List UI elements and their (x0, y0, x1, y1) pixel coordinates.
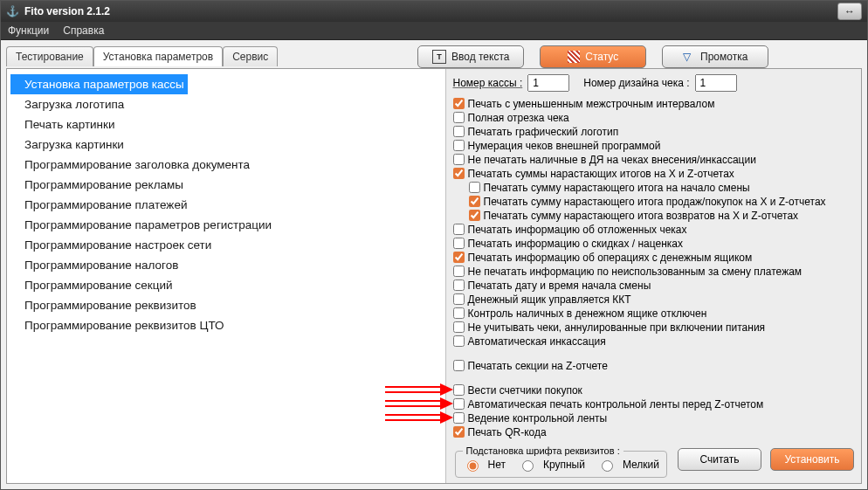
tree-panel: Установка параметров кассыЗагрузка логот… (7, 69, 445, 483)
checkbox[interactable] (453, 154, 465, 165)
checkbox-label: Нумерация чеков внешней программой (468, 139, 661, 153)
checkbox-row[interactable]: Не печатать наличные в ДЯ на чеках внесе… (453, 153, 855, 167)
feed-icon: ▽ (683, 51, 695, 63)
tree-item[interactable]: Программирование параметров регистрации (10, 215, 442, 235)
text-input-button[interactable]: T Ввод текста (417, 45, 524, 68)
text-icon: T (432, 50, 446, 64)
tree-item[interactable]: Программирование рекламы (10, 175, 442, 195)
checkbox-row[interactable]: Не печатать информацию по неиспользованн… (453, 265, 855, 279)
feed-button[interactable]: ▽ Промотка (662, 45, 768, 68)
checkbox[interactable] (453, 398, 465, 410)
tree-item[interactable]: Программирование настроек сети (10, 235, 442, 255)
checkbox-row[interactable]: Нумерация чеков внешней программой (453, 139, 855, 153)
status-label: Статус (585, 51, 618, 63)
checkbox-row[interactable]: Полная отрезка чека (453, 111, 855, 125)
checkbox[interactable] (453, 412, 465, 424)
checkbox-row[interactable]: Автоматическая печать контрольной ленты … (453, 397, 855, 411)
checkbox[interactable] (453, 112, 465, 123)
checkbox[interactable] (453, 360, 465, 371)
checkbox-row[interactable]: Ведение контрольной ленты (453, 411, 855, 425)
tree-item[interactable]: Установка параметров кассы (10, 74, 188, 94)
checkbox[interactable] (453, 335, 465, 347)
checkbox[interactable] (453, 426, 465, 438)
window-restore-button[interactable]: ↔ (837, 3, 862, 20)
design-number-label: Номер дизайна чека : (583, 77, 689, 89)
checkbox-row[interactable]: Контроль наличных в денежном ящике отклю… (453, 307, 855, 321)
checkbox-row[interactable]: Печатать графический логотип (453, 125, 855, 139)
checkbox-row[interactable]: Печатать информацию об операциях с денеж… (453, 251, 855, 265)
checkbox-row[interactable]: Печатать информацию о скидках / наценках (453, 237, 855, 251)
status-icon (568, 51, 580, 63)
checkbox-label: Печатать дату и время начала смены (468, 279, 651, 293)
checkbox[interactable] (453, 168, 465, 179)
register-number-input[interactable] (527, 74, 569, 92)
text-input-label: Ввод текста (451, 51, 509, 63)
checkbox[interactable] (453, 252, 465, 263)
checkbox-row[interactable]: Печатать секции на Z-отчете (453, 359, 855, 373)
checkbox[interactable] (453, 126, 465, 137)
font-large-option[interactable]: Крупный (518, 458, 585, 472)
tree-item[interactable]: Программирование налогов (10, 255, 442, 275)
checkbox[interactable] (453, 384, 465, 396)
checkbox[interactable] (453, 140, 465, 151)
tree-item[interactable]: Программирование секций (10, 275, 442, 295)
tab-params[interactable]: Установка параметров (93, 46, 223, 66)
checkbox-label: Не печатать информацию по неиспользованн… (468, 265, 803, 279)
checkbox-row[interactable]: Печать с уменьшенным межстрочным интерва… (453, 97, 855, 111)
checkbox-row[interactable]: Печатать информацию об отложенных чеках (453, 223, 855, 237)
checkbox-row[interactable]: Автоматическая инкассация (453, 335, 855, 349)
checkbox[interactable] (469, 182, 480, 193)
checkbox-label: Печатать сумму нарастающего итога на нач… (484, 181, 750, 195)
tree-item[interactable]: Загрузка логотипа (10, 94, 442, 114)
read-button[interactable]: Считать (678, 448, 761, 471)
tab-service[interactable]: Сервис (223, 46, 278, 66)
checkbox[interactable] (469, 196, 480, 207)
checkbox-label: Печатать информацию о скидках / наценках (468, 237, 683, 251)
checkbox-row[interactable]: Печатать сумму нарастающего итога возвра… (469, 209, 855, 223)
font-substitution-group: Подстановка шрифта реквизитов : Нет Круп… (455, 445, 668, 478)
checkbox-row[interactable]: Печать QR-кода (453, 425, 855, 439)
checkbox-label: Печатать сумму нарастающего итога возвра… (484, 209, 799, 223)
checkbox-label: Печатать суммы нарастающих итогов на X и… (468, 167, 734, 181)
checkbox[interactable] (453, 321, 465, 333)
checkbox[interactable] (453, 266, 465, 277)
font-small-option[interactable]: Мелкий (597, 458, 659, 472)
checkbox-row[interactable]: Вести счетчики покупок (453, 383, 855, 397)
set-button[interactable]: Установить (770, 448, 854, 471)
checkbox-row[interactable]: Печатать сумму нарастающего итога продаж… (469, 195, 855, 209)
tab-testing[interactable]: Тестирование (6, 46, 93, 66)
toolbar-buttons: T Ввод текста Статус ▽ Промотка (417, 45, 768, 68)
font-none-option[interactable]: Нет (463, 458, 506, 472)
tree-item[interactable]: Загрузка картинки (10, 135, 442, 155)
checkbox[interactable] (469, 210, 480, 221)
checkbox-label: Не учитывать чеки, аннулированные при вк… (468, 321, 766, 335)
checkbox-row[interactable]: Печатать дату и время начала смены (453, 279, 855, 293)
settings-panel: Номер кассы : Номер дизайна чека : Печат… (445, 69, 862, 483)
checkbox-label: Ведение контрольной ленты (468, 411, 608, 425)
tree-item[interactable]: Печать картинки (10, 114, 442, 135)
app-title: Fito version 2.1.2 (24, 5, 110, 17)
tree-item[interactable]: Программирование реквизитов (10, 295, 442, 315)
tree-item[interactable]: Программирование заголовка документа (10, 155, 442, 175)
content-area: Установка параметров кассыЗагрузка логот… (6, 68, 862, 484)
checkbox[interactable] (453, 293, 465, 305)
checkbox[interactable] (453, 98, 465, 109)
menu-help[interactable]: Справка (63, 24, 104, 37)
tab-strip: Тестирование Установка параметров Сервис (6, 45, 278, 66)
checkbox-row[interactable]: Не учитывать чеки, аннулированные при вк… (453, 321, 855, 335)
checkbox-row[interactable]: Печатать сумму нарастающего итога на нач… (469, 181, 855, 195)
design-number-input[interactable] (695, 74, 737, 92)
checkbox[interactable] (453, 238, 465, 249)
checkbox[interactable] (453, 307, 465, 319)
menu-functions[interactable]: Функции (8, 24, 49, 37)
tree-item[interactable]: Программирование реквизитов ЦТО (10, 315, 442, 335)
tree-item[interactable]: Программирование платежей (10, 195, 442, 215)
status-button[interactable]: Статус (540, 45, 646, 68)
checkbox[interactable] (453, 280, 465, 291)
checkbox-row[interactable]: Денежный ящик управляется ККТ (453, 293, 855, 307)
register-number-label: Номер кассы : (453, 77, 523, 89)
checkbox-label: Не печатать наличные в ДЯ на чеках внесе… (468, 153, 756, 167)
checkbox-row[interactable]: Печатать суммы нарастающих итогов на X и… (453, 167, 855, 181)
checkbox[interactable] (453, 224, 465, 235)
top-fields: Номер кассы : Номер дизайна чека : (453, 74, 855, 92)
